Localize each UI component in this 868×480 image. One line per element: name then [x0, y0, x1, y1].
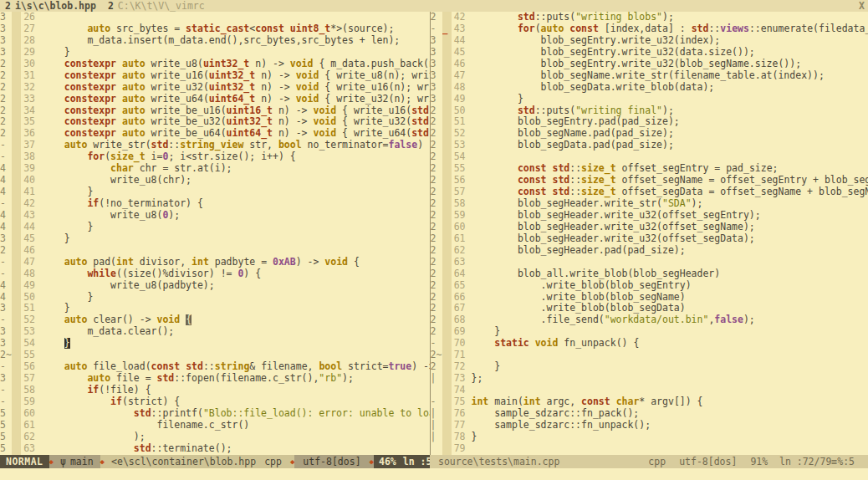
- code-line[interactable]: 2~55: [0, 350, 430, 361]
- fold-column: -: [0, 198, 12, 210]
- close-icon[interactable]: X: [859, 0, 865, 12]
- code-line[interactable]: 450 }: [0, 292, 430, 304]
- code-line[interactable]: 345 blob_segEntry.write_u32(data.size())…: [431, 47, 868, 59]
- code-line[interactable]: 259 blob_segHeader.write_u32(offset_segE…: [431, 210, 868, 222]
- code-line[interactable]: -_43 for(auto const [index,data] : std::…: [431, 23, 868, 35]
- code-line[interactable]: 353 m_data.clear();: [0, 326, 430, 338]
- fold-column: 3: [431, 47, 442, 59]
- code-line[interactable]: 327 auto src_bytes = static_cast<const u…: [0, 23, 430, 35]
- sign-column: [12, 94, 21, 105]
- code-line[interactable]: 328 m_data.insert(m_data.end(),src_bytes…: [0, 35, 430, 47]
- code-line[interactable]: 349 }: [431, 94, 868, 105]
- code-line[interactable]: 441 }: [0, 186, 430, 198]
- line-number: 43: [452, 23, 466, 35]
- code-line[interactable]: -42 if(!no_terminator) {: [0, 198, 430, 210]
- code-line[interactable]: 252 blob_segName.pad(pad_size);: [431, 128, 868, 140]
- code-line[interactable]: 251 blob_segEntry.pad(pad_size);: [431, 116, 868, 128]
- code-text: blob_segEntry.write_u32(index);: [466, 35, 868, 47]
- code-line[interactable]: 254: [431, 151, 868, 163]
- sign-column: [12, 350, 21, 361]
- fold-column: 3: [0, 23, 12, 35]
- code-line[interactable]: 265 .write_blob(blob_segEntry): [431, 280, 868, 292]
- code-line[interactable]: 261 blob_segHeader.write_u32(offset_segD…: [431, 233, 868, 245]
- code-line[interactable]: 439 char chr = str.at(i);: [0, 163, 430, 175]
- code-line[interactable]: 345 }: [0, 233, 430, 245]
- code-line[interactable]: 255 const std::size_t offset_segEntry = …: [431, 163, 868, 175]
- code-line[interactable]: 563 std::terminate();: [0, 443, 430, 455]
- code-line[interactable]: 236 constexpr auto write_be_u64(uint64_t…: [0, 128, 430, 140]
- code-text: char chr = str.at(i);: [35, 163, 430, 175]
- code-line[interactable]: 235 constexpr auto write_be_u32(uint32_t…: [0, 116, 430, 128]
- code-line[interactable]: 246: [0, 245, 430, 257]
- code-line[interactable]: 266 .write_blob(blob_segName): [431, 292, 868, 304]
- code-line[interactable]: 348 blob_segData.write_blob(data);: [431, 82, 868, 94]
- code-line[interactable]: 260 blob_segHeader.write_u32(offset_segN…: [431, 222, 868, 233]
- tab-vimrc[interactable]: 2 C:\K\t\V\_vimrc: [103, 0, 212, 12]
- statusline-active[interactable]: NORMAL ◆ ψmain ◆ <e\scl\container\blob.h…: [0, 455, 430, 468]
- code-line[interactable]: 232 constexpr auto write_u32(uint32_t n)…: [0, 82, 430, 94]
- code-line[interactable]: 268 .file_send("workdata/out.bin",false)…: [431, 314, 868, 326]
- line-number: 30: [21, 59, 35, 70]
- code-line[interactable]: -47 auto pad(int divisor, int padbyte = …: [0, 257, 430, 268]
- code-line[interactable]: -37 auto write_str(std::string_view str,…: [0, 140, 430, 151]
- code-line[interactable]: -59 if(strict) {: [0, 396, 430, 408]
- code-line[interactable]: 79: [431, 443, 868, 455]
- code-line[interactable]: 258 blob_segHeader.write_str("SDA");: [431, 198, 868, 210]
- statusline-inactive[interactable]: source\tests\main.cpp cpp utf-8[dos] 91%…: [430, 455, 868, 468]
- sign-column: [442, 47, 452, 59]
- code-line[interactable]: -70 static void fn_unpack() {: [431, 338, 868, 350]
- code-line[interactable]: |77 sample_sdzarc::fn_unpack();: [431, 420, 868, 431]
- code-line[interactable]: 443 write_u8(0);: [0, 210, 430, 222]
- cursor-position: 46%ln :54/116≡%:9: [374, 455, 430, 468]
- code-line[interactable]: 344 blob_segEntry.write_u32(index);: [431, 35, 868, 47]
- code-line[interactable]: 562 );: [0, 431, 430, 443]
- code-line[interactable]: -48 while((size()%divisor) != 0) {: [0, 268, 430, 280]
- code-line[interactable]: 444 }: [0, 222, 430, 233]
- code-line[interactable]: |73};: [431, 373, 868, 385]
- sign-column: [12, 186, 21, 198]
- code-line[interactable]: -75int main(int argc, const char* argv[]…: [431, 396, 868, 408]
- code-line[interactable]: 233 constexpr auto write_u64(uint64_t n)…: [0, 94, 430, 105]
- code-line[interactable]: 272 }: [431, 361, 868, 373]
- code-line[interactable]: 357 auto file = std::fopen(filename.c_st…: [0, 373, 430, 385]
- code-line[interactable]: 263: [431, 257, 868, 268]
- file-path: source\tests\main.cpp: [430, 455, 648, 468]
- code-line[interactable]: -58 if(!file) {: [0, 385, 430, 396]
- code-line[interactable]: -56 auto file_load(const std::string& fi…: [0, 361, 430, 373]
- code-line[interactable]: 74: [431, 385, 868, 396]
- code-pane-blob-hpp[interactable]: 326327 auto src_bytes = static_cast<cons…: [0, 12, 430, 455]
- code-line[interactable]: 231 constexpr auto write_u16(uint32_t n)…: [0, 70, 430, 82]
- code-line[interactable]: 561 filename.c_str(): [0, 420, 430, 431]
- code-line[interactable]: 234 constexpr auto write_be_u16(uint16_t…: [0, 105, 430, 117]
- code-line[interactable]: 257 const std::size_t offset_segData = o…: [431, 186, 868, 198]
- code-line[interactable]: 262 blob_segHeader.pad(pad_size);: [431, 245, 868, 257]
- code-line[interactable]: 351 }: [0, 303, 430, 314]
- command-line[interactable]: [0, 468, 868, 480]
- code-line[interactable]: 242 std::puts("writing blobs");: [431, 12, 868, 23]
- code-line[interactable]: 269 }: [431, 326, 868, 338]
- code-line[interactable]: 250 std::puts("writing final");: [431, 105, 868, 117]
- code-pane-main-cpp[interactable]: 242 std::puts("writing blobs");-_43 for(…: [430, 12, 868, 455]
- code-line[interactable]: 449 write_u8(padbyte);: [0, 280, 430, 292]
- code-text: blob_segEntry.write_u32(blob_segName.siz…: [466, 59, 868, 70]
- code-line[interactable]: 326: [0, 12, 430, 23]
- code-line[interactable]: 329 }: [0, 47, 430, 59]
- code-line[interactable]: |78}: [431, 431, 868, 443]
- line-number: 49: [452, 94, 466, 105]
- code-line[interactable]: 256 const std::size_t offset_segName = o…: [431, 175, 868, 186]
- code-line[interactable]: 346 blob_segEntry.write_u32(blob_segName…: [431, 59, 868, 70]
- code-line[interactable]: 253 blob_segData.pad(pad_size);: [431, 140, 868, 151]
- code-line[interactable]: 347 blob_segName.write_str(filename_tabl…: [431, 70, 868, 82]
- code-line[interactable]: -38 for(size_t i=0; i<str.size(); i++) {: [0, 151, 430, 163]
- code-line[interactable]: 354 }: [0, 338, 430, 350]
- tab-blob-hpp[interactable]: 2 i\s\c\blob.hpp: [0, 0, 103, 12]
- code-line[interactable]: 264 blob_all.write_blob(blob_segHeader): [431, 268, 868, 280]
- code-line[interactable]: 2~71: [431, 350, 868, 361]
- code-line[interactable]: 440 write_u8(chr);: [0, 175, 430, 186]
- code-line[interactable]: 267 .write_blob(blob_segData): [431, 303, 868, 314]
- fold-column: -: [0, 257, 12, 268]
- code-line[interactable]: |76 sample_sdzarc::fn_pack();: [431, 408, 868, 420]
- code-line[interactable]: 560 std::printf("Blob::file_load(): erro…: [0, 408, 430, 420]
- code-line[interactable]: -52 auto clear() -> void {: [0, 314, 430, 326]
- code-line[interactable]: 230 constexpr auto write_u8(uint32_t n) …: [0, 59, 430, 70]
